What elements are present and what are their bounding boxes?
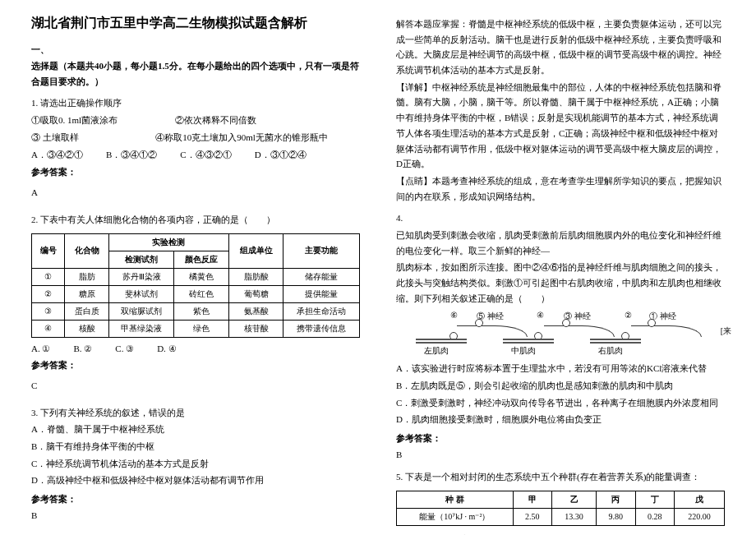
nerve-curve5 — [457, 325, 528, 337]
nerve-muscle-diagram: [来 ⑥ ⑤ 神经 ④ ③ 神经 ② ① 神经 左肌肉 中肌肉 右肌 — [401, 311, 713, 356]
q2-answer-label: 参考答案： — [31, 359, 360, 371]
q2-h-c4: 组成单位 — [228, 233, 284, 268]
q5-followup: 图①～④是根据该表数据作出的一些分析，其中不能与表中数据相符合的是 — [396, 532, 725, 536]
q2-opt-d: D. ④ — [157, 344, 176, 354]
nerve-curve1 — [631, 325, 702, 337]
mid-muscle — [503, 339, 554, 344]
q1-step2: ②依次稀释不同倍数 — [175, 115, 256, 125]
q3-analysis-p3: 【点睛】本题考查神经系统的组成，意在考查学生理解所学知识的要点，把握知识间的内在… — [396, 173, 725, 204]
q3-stem: 3. 下列有关神经系统的叙述，错误的是 — [31, 405, 360, 421]
q4-answer-label: 参考答案： — [396, 432, 725, 445]
q4-opt-d: D．肌肉细胞接受刺激时，细胞膜外电位将由负变正 — [396, 412, 725, 427]
right-column: 解答本题应掌握：脊髓是中枢神经系统的低级中枢，主要负责躯体运动，还可以完成一些简… — [378, 15, 733, 535]
marker4-label: ④ — [537, 311, 544, 320]
q4-number: 4. — [396, 210, 725, 226]
q2-opt-a: A. ① — [31, 344, 50, 354]
marker6-label: ⑥ — [450, 311, 458, 320]
q1-opt-a: A．③④②① — [31, 149, 83, 161]
q5-table: 种 群 甲 乙 丙 丁 戊 能量（10⁷kJ · m⁻²） 2.50 13.30… — [396, 491, 725, 526]
q2-h-c3a: 检测试剂 — [108, 251, 174, 268]
q4-stem-b: 肌肉标本，按如图所示连接。图中②④⑥指的是神经纤维与肌肉细胞之间的接头，此接头与… — [396, 260, 725, 306]
left-column: 湖北省荆门市五里中学高二生物模拟试题含解析 一、 选择题（本题共40小题，每小题… — [23, 15, 378, 535]
q2-h-c3: 实验检测 — [108, 233, 228, 251]
table-row: ①脂肪苏丹Ⅲ染液橘黄色脂肪酸储存能量 — [32, 268, 360, 285]
q3-answer: B — [31, 508, 360, 523]
left-muscle — [416, 339, 467, 344]
q1-answer-label: 参考答案： — [31, 166, 360, 178]
q2-h-c3b: 颜色反应 — [174, 251, 229, 268]
table-row: ④核酸甲基绿染液绿色核苷酸携带遗传信息 — [32, 320, 360, 337]
q2-stem: 2. 下表中有关人体细胞化合物的各项内容，正确的是（ ） — [31, 212, 360, 228]
q1-options: A．③④②① B．③④①② C．④③②① D．③①②④ — [31, 149, 360, 161]
q1-step4: ④称取10克土壤加入90ml无菌水的锥形瓶中 — [155, 132, 328, 142]
page: 湖北省荆门市五里中学高二生物模拟试题含解析 一、 选择题（本题共40小题，每小题… — [0, 0, 756, 535]
q3-answer-label: 参考答案： — [31, 493, 360, 505]
q3-opt-a: A．脊髓、脑干属于中枢神经系统 — [31, 422, 360, 437]
table-row: ③蛋白质双缩脲试剂紫色氨基酸承担生命活动 — [32, 302, 360, 320]
diagram-annotation-lai: [来 — [721, 325, 731, 337]
q3-opt-d: D．高级神经中枢和低级神经中枢对躯体活动都有调节作用 — [31, 473, 360, 488]
q1-opt-b: B．③④①② — [106, 149, 157, 161]
q3-opt-c: C．神经系统调节机体活动的基本方式是反射 — [31, 456, 360, 472]
q1-stem: 1. 请选出正确操作顺序 — [31, 95, 360, 111]
section1-number: 一、 — [31, 44, 360, 56]
q2-h-c5: 主要功能 — [284, 233, 360, 268]
section1-title: 选择题（本题共40小题，每小题1.5分。在每小题给出的四个选项中，只有一项是符合… — [31, 58, 360, 89]
q2-opt-c: C. ③ — [115, 344, 134, 354]
q4-opt-c: C．刺激受刺激时，神经冲动双向传导各节进出，各种离子在细胞膜内外浓度相同 — [396, 395, 725, 411]
q3-opt-b: B．脑干有维持身体平衡的中枢 — [31, 439, 360, 454]
q1-opt-c: C．④③②① — [180, 149, 231, 161]
page-title: 湖北省荆门市五里中学高二生物模拟试题含解析 — [31, 15, 360, 32]
q1-step3: ③ 土壤取样 — [31, 132, 79, 142]
q4-stem-a: 已知肌肉受到刺激会收缩，肌肉受刺激前后肌肉细胞膜内外的电位变化和神经纤维的电位变… — [396, 228, 725, 258]
q3-analysis-p1: 解答本题应掌握：脊髓是中枢神经系统的低级中枢，主要负责躯体运动，还可以完成一些简… — [396, 16, 725, 78]
q1-step-row2: ③ 土壤取样 ④称取10克土壤加入90ml无菌水的锥形瓶中 — [31, 130, 360, 145]
right-muscle-label: 右肌肉 — [598, 345, 623, 357]
q1-step1: ①吸取0. 1ml菌液涂布 — [31, 115, 118, 125]
mid-muscle-label: 中肌肉 — [511, 345, 536, 357]
q1-opt-d: D．③①②④ — [255, 149, 307, 161]
q2-options: A. ① B. ② C. ③ D. ④ — [31, 344, 360, 354]
table-row: 能量（10⁷kJ · m⁻²） 2.50 13.30 9.80 0.28 220… — [397, 508, 725, 525]
q2-h-c2: 化合物 — [65, 233, 108, 268]
left-muscle-label: 左肌肉 — [424, 345, 449, 357]
right-muscle — [590, 339, 641, 344]
q2-answer: C — [31, 378, 360, 394]
q1-answer: A — [31, 185, 360, 201]
table-row: ②糖原斐林试剂砖红色葡萄糖提供能量 — [32, 285, 360, 302]
q5-stem: 5. 下表是一个相对封闭的生态系统中五个种群(存在着营养关系)的能量调查： — [396, 469, 725, 485]
q4-answer: B — [396, 447, 725, 463]
q2-h-c1: 编号 — [32, 233, 65, 268]
q4-opt-a: A．该实验进行时应将标本置于生理盐水中，若没有可用等浓的KCl溶液来代替 — [396, 361, 725, 376]
q3-analysis-p2: 【详解】中枢神经系统是神经细胞最集中的部位，人体的中枢神经系统包括脑和脊髓。脑有… — [396, 80, 725, 172]
nerve-curve3 — [544, 325, 615, 337]
q2-opt-b: B. ② — [73, 344, 92, 354]
q1-step-row1: ①吸取0. 1ml菌液涂布 ②依次稀释不同倍数 — [31, 113, 360, 128]
q2-table: 编号 化合物 实验检测 组成单位 主要功能 检测试剂 颜色反应 ①脂肪苏丹Ⅲ染液… — [31, 233, 360, 338]
q4-opt-b: B．左肌肉既是⑤，则会引起收缩的肌肉也是感知刺激的肌肉和中肌肉 — [396, 378, 725, 394]
marker2-label: ② — [625, 311, 632, 320]
